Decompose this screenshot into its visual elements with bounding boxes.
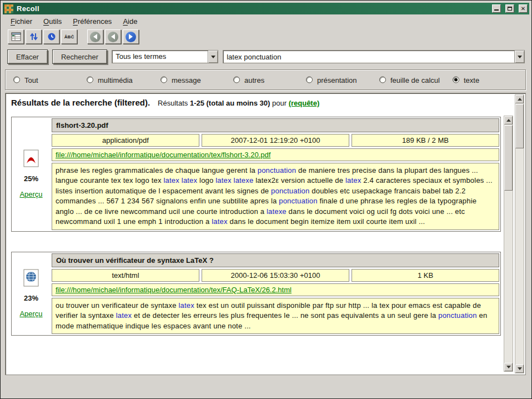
result-entry: 23% Aperçu Où trouver un vérificateur de… <box>11 252 501 336</box>
result-entry-sidebar: 23% Aperçu <box>12 252 51 335</box>
radio-icon[interactable] <box>306 77 313 83</box>
result-url-link[interactable]: file:///home/michael/informatique/docume… <box>56 151 270 159</box>
triangle-down-icon <box>518 367 522 370</box>
result-snippet: phrase les regles grammaticales de chaqu… <box>52 163 499 230</box>
result-entry-sidebar: 25% Aperçu <box>12 117 51 231</box>
filter-label: présentation <box>317 76 357 84</box>
results-summary: Résultats 1-25 (total au moins 30) pour … <box>158 99 319 107</box>
filter-texte[interactable]: texte <box>453 76 479 84</box>
app-icon <box>4 4 13 13</box>
term-explorer-button[interactable]: ÂBĈ <box>61 29 77 44</box>
radio-icon[interactable] <box>379 77 386 83</box>
next-page-icon <box>126 32 136 42</box>
result-entry-body: Où trouver un vérificateur de syntaxe La… <box>51 252 500 335</box>
result-size: 1 KB <box>352 269 499 282</box>
result-url-row: file:///home/michael/informatique/docume… <box>52 148 499 161</box>
menu-fichier[interactable]: Fichier <box>5 16 38 27</box>
prev-page-icon <box>108 32 118 42</box>
minimize-button[interactable] <box>492 4 501 13</box>
window-title: Recoll <box>17 4 488 13</box>
titlebar[interactable]: Recoll <box>3 3 529 14</box>
maximize-button[interactable] <box>505 4 514 13</box>
toolbar: ÂBĈ <box>3 28 529 45</box>
menu-aide[interactable]: Aide <box>117 16 143 27</box>
scroll-up-button[interactable] <box>504 116 513 124</box>
result-title: Où trouver un vérificateur de syntaxe La… <box>52 253 499 267</box>
scroll-down-button[interactable] <box>504 363 513 371</box>
scrollbar-thumb[interactable] <box>515 104 524 148</box>
sort-icon <box>29 32 38 41</box>
scrollbar-thumb[interactable] <box>504 125 513 191</box>
search-mode-dropdown-button[interactable] <box>208 51 218 63</box>
result-url-row: file:///home/michael/informatique/docume… <box>52 283 499 296</box>
filter-tout[interactable]: Tout <box>13 76 38 84</box>
filter-feuille-de-calcul[interactable]: feuille de calcul <box>379 76 440 84</box>
filter-message[interactable]: message <box>160 76 201 84</box>
radio-icon[interactable] <box>160 77 167 83</box>
filter-multimedia[interactable]: multimédia <box>87 76 133 84</box>
filter-label: message <box>172 76 201 84</box>
pdf-icon[interactable] <box>23 149 39 167</box>
radio-icon[interactable] <box>233 77 240 83</box>
radio-icon[interactable] <box>87 77 93 83</box>
menu-preferences[interactable]: Préférences <box>67 16 117 27</box>
result-list-scrollbar[interactable] <box>504 116 513 372</box>
query-history-dropdown-button[interactable] <box>514 51 524 63</box>
query-combobox[interactable] <box>223 50 525 63</box>
result-meta-row: application/pdf 2007-12-01 12:19:20 +010… <box>52 134 499 147</box>
scroll-down-button[interactable] <box>515 365 524 373</box>
results-header: Résultats de la recherche (filtered). Ré… <box>11 98 500 107</box>
relevance-percent: 25% <box>24 174 38 183</box>
results-area: Résultats de la recherche (filtered). Ré… <box>5 93 526 375</box>
close-button[interactable] <box>519 4 528 13</box>
category-filterbar: Tout multimédia message autres présentat… <box>5 69 526 90</box>
sort-button[interactable] <box>26 29 42 44</box>
result-size: 189 KB / 2 MB <box>352 134 499 147</box>
result-list: 25% Aperçu flshort-3.20.pdf application/… <box>11 117 501 356</box>
radio-icon[interactable] <box>453 77 459 83</box>
filter-presentation[interactable]: présentation <box>306 76 357 84</box>
next-page-button[interactable] <box>123 29 139 44</box>
relevance-percent: 23% <box>24 294 38 302</box>
recoll-window: Recoll Fichier Outils Préférences Aide <box>0 0 532 399</box>
search-row: Effacer Rechercher Tous les termes <box>3 48 529 65</box>
toolbar-separator <box>79 28 86 45</box>
filter-label: multimédia <box>98 76 133 84</box>
triangle-down-icon <box>506 366 511 368</box>
chevron-down-icon <box>211 56 215 58</box>
search-button[interactable]: Rechercher <box>52 49 107 64</box>
preview-link[interactable]: Aperçu <box>19 310 42 318</box>
result-title: flshort-3.20.pdf <box>52 118 499 132</box>
search-mode-select[interactable]: Tous les termes <box>112 50 218 63</box>
result-meta-row: text/html 2000-12-06 15:03:30 +0100 1 KB <box>52 269 499 282</box>
triangle-up-icon <box>506 119 511 122</box>
prev-page-button[interactable] <box>87 29 103 44</box>
result-mime: text/html <box>52 269 199 282</box>
search-mode-value: Tous les termes <box>112 51 208 63</box>
prev-result-button[interactable] <box>105 29 121 44</box>
filter-autres[interactable]: autres <box>233 76 264 84</box>
maximize-icon <box>508 7 512 11</box>
clear-button[interactable]: Effacer <box>7 49 48 64</box>
chevron-down-icon <box>518 56 522 58</box>
menu-outils[interactable]: Outils <box>38 16 67 27</box>
result-url-link[interactable]: file:///home/michael/informatique/docume… <box>56 286 292 294</box>
spellcheck-icon: ÂBĈ <box>64 34 74 39</box>
filter-label: feuille de calcul <box>390 76 440 84</box>
first-page-button[interactable] <box>8 29 24 44</box>
radio-icon[interactable] <box>13 77 20 83</box>
statusbar <box>3 377 529 396</box>
search-input[interactable] <box>223 51 514 63</box>
results-page-scrollbar[interactable] <box>515 94 524 373</box>
history-button[interactable] <box>43 29 59 44</box>
filter-label: texte <box>464 76 479 84</box>
menubar: Fichier Outils Préférences Aide <box>3 16 529 27</box>
preview-link[interactable]: Aperçu <box>19 190 42 198</box>
result-date: 2007-12-01 12:19:20 +0100 <box>202 134 349 147</box>
triangle-up-icon <box>518 98 522 101</box>
scroll-up-button[interactable] <box>515 95 524 103</box>
result-entry-body: flshort-3.20.pdf application/pdf 2007-12… <box>51 117 500 231</box>
filter-label: autres <box>244 76 264 84</box>
globe-icon[interactable] <box>23 269 39 287</box>
result-snippet: ou trouver un verificateur de syntaxe la… <box>52 298 499 334</box>
